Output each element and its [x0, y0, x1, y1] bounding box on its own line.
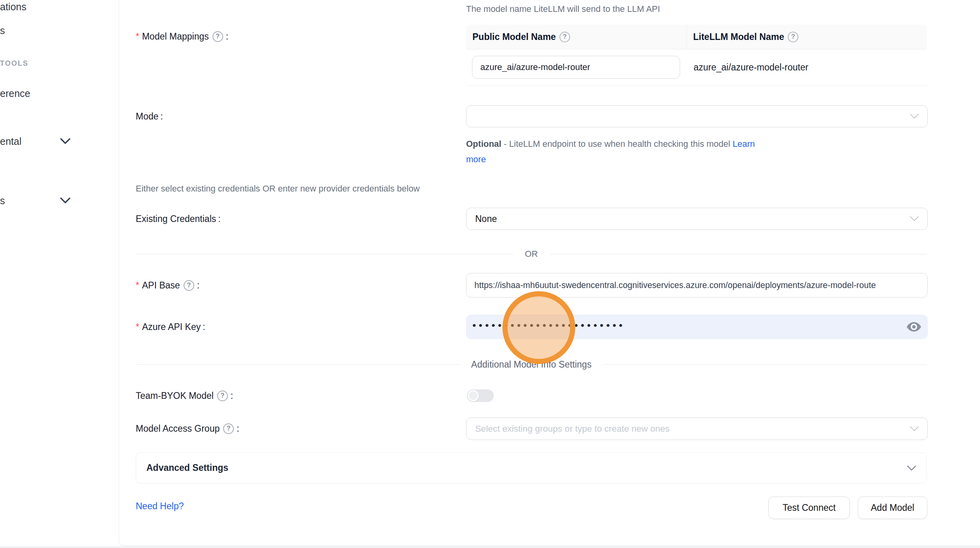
sidebar-item-api-reference[interactable]: erence: [0, 87, 30, 100]
sidebar-item-users[interactable]: s: [0, 24, 5, 37]
existing-credentials-label: Existing Credentials :: [136, 212, 221, 226]
litellm-model-name-value: azure_ai/azure-model-router: [694, 49, 808, 85]
label-colon: :: [218, 212, 220, 226]
chevron-down-icon[interactable]: [60, 197, 70, 204]
label-text: API Base: [142, 278, 180, 292]
help-circle-icon[interactable]: ?: [184, 280, 194, 291]
model-name-hint: The model name LiteLLM will send to the …: [466, 3, 660, 15]
chevron-down-icon: [907, 465, 916, 471]
label-text: Model Access Group: [136, 421, 220, 436]
divider-line: [603, 364, 927, 365]
mode-help-text: Optional - LiteLLM endpoint to use when …: [466, 136, 941, 167]
model-mappings-table: Public Model Name ? LiteLLM Model Name ?…: [466, 25, 927, 85]
advanced-settings-panel[interactable]: Advanced Settings: [136, 452, 927, 484]
masked-password-value: ••••••••••••••••••••••••: [472, 320, 625, 330]
api-base-input[interactable]: [466, 273, 928, 298]
model-mappings-label: * Model Mappings ? :: [136, 29, 228, 44]
mode-help-line2: more: [466, 152, 941, 167]
or-divider: OR: [136, 248, 927, 260]
team-byok-toggle[interactable]: [467, 389, 494, 402]
sidebar-item-label: s: [0, 25, 5, 36]
learn-more-link[interactable]: more: [466, 154, 486, 164]
model-access-group-select[interactable]: Select existing groups or type to create…: [466, 417, 928, 440]
team-byok-label: Team-BYOK Model ? :: [136, 389, 233, 403]
column-header-public-model-name: Public Model Name ?: [466, 25, 687, 49]
label-text: Model Mappings: [142, 29, 209, 44]
column-header-label: LiteLLM Model Name: [693, 32, 784, 42]
model-access-group-label: Model Access Group ? :: [136, 421, 239, 436]
help-circle-icon[interactable]: ?: [788, 32, 798, 42]
azure-api-key-label: * Azure API Key :: [136, 320, 205, 334]
credentials-note: Either select existing credentials OR en…: [136, 183, 420, 195]
sidebar: ations s TOOLS erence ental s: [0, 0, 119, 546]
mode-label: Mode :: [136, 109, 163, 123]
label-colon: :: [197, 278, 199, 292]
need-help-link[interactable]: Need Help?: [136, 501, 184, 512]
show-password-eye-icon[interactable]: [906, 321, 921, 332]
label-colon: :: [161, 109, 163, 123]
chevron-down-icon[interactable]: [60, 138, 70, 144]
learn-more-link[interactable]: Learn: [733, 139, 755, 149]
sidebar-section-label: TOOLS: [0, 59, 28, 67]
select-value: None: [475, 214, 497, 224]
label-text: Mode: [136, 109, 159, 123]
sidebar-section-tools: TOOLS: [0, 59, 28, 68]
chevron-down-icon: [910, 114, 919, 119]
help-circle-icon[interactable]: ?: [212, 31, 223, 42]
column-header-label: Public Model Name: [472, 32, 556, 42]
sidebar-item-label: erence: [0, 88, 30, 99]
label-colon: :: [226, 29, 228, 44]
label-colon: :: [231, 389, 233, 403]
required-asterisk: *: [136, 29, 139, 44]
existing-credentials-select[interactable]: None: [466, 208, 928, 230]
divider-text: Additional Model Info Settings: [459, 359, 603, 370]
optional-bold: Optional: [466, 139, 501, 149]
mode-select[interactable]: [466, 105, 928, 127]
label-colon: :: [237, 421, 239, 436]
help-circle-icon[interactable]: ?: [217, 391, 228, 401]
additional-settings-divider: Additional Model Info Settings: [136, 358, 927, 371]
public-model-name-input[interactable]: [472, 56, 680, 79]
sidebar-item-label: ations: [0, 1, 27, 12]
page-background: [0, 546, 980, 548]
chevron-down-icon: [910, 216, 919, 222]
required-asterisk: *: [136, 278, 139, 292]
column-header-litellm-model-name: LiteLLM Model Name ?: [687, 25, 927, 49]
azure-api-key-input[interactable]: ••••••••••••••••••••••••: [466, 315, 928, 339]
divider-line: [136, 364, 459, 365]
select-placeholder: Select existing groups or type to create…: [475, 424, 670, 434]
chevron-down-icon: [910, 426, 919, 431]
sidebar-item-label: ental: [0, 136, 21, 147]
label-text: Team-BYOK Model: [136, 389, 214, 403]
required-asterisk: *: [136, 320, 139, 334]
api-base-label: * API Base ? :: [136, 278, 199, 292]
divider-text: OR: [513, 249, 550, 259]
sidebar-item-experimental[interactable]: ental: [0, 135, 21, 148]
divider-line: [550, 254, 927, 254]
help-circle-icon[interactable]: ?: [223, 423, 234, 434]
help-circle-icon[interactable]: ?: [559, 32, 570, 42]
label-colon: :: [203, 320, 205, 334]
sidebar-item-organizations[interactable]: ations: [0, 0, 27, 13]
toggle-knob: [468, 390, 479, 401]
mode-help-line1: Optional - LiteLLM endpoint to use when …: [466, 136, 941, 152]
divider-line: [136, 254, 513, 254]
test-connect-button[interactable]: Test Connect: [768, 497, 850, 519]
advanced-settings-title: Advanced Settings: [146, 463, 228, 473]
sidebar-item-settings[interactable]: s: [0, 194, 5, 207]
table-row: azure_ai/azure-model-router: [466, 49, 927, 85]
label-text: Azure API Key: [142, 320, 201, 334]
table-header-row: Public Model Name ? LiteLLM Model Name ?: [466, 25, 927, 49]
sidebar-item-label: s: [0, 195, 5, 206]
add-model-button[interactable]: Add Model: [858, 497, 927, 519]
help-body: - LiteLLM endpoint to use when health ch…: [501, 139, 733, 149]
label-text: Existing Credentials: [136, 212, 216, 226]
